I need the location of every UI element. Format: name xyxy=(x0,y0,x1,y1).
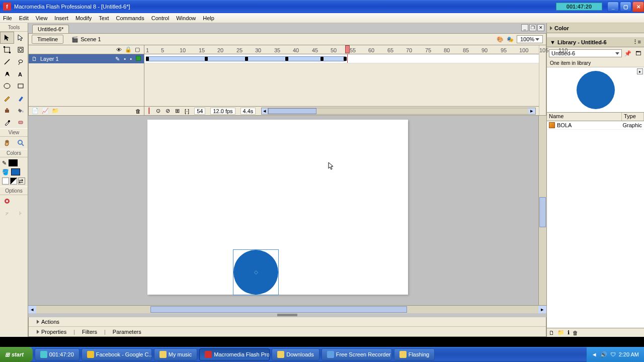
color-panel-header[interactable]: Color xyxy=(547,23,644,33)
delete-button[interactable]: 🗑 xyxy=(573,330,578,336)
gradient-transform-tool[interactable] xyxy=(14,44,28,56)
eyedropper-tool[interactable] xyxy=(0,116,14,128)
parameters-tab[interactable]: Parameters xyxy=(113,329,141,335)
timeline-tab[interactable]: Timeline xyxy=(32,35,63,44)
menu-text[interactable]: Text xyxy=(99,15,109,21)
keyframe[interactable] xyxy=(285,57,288,61)
ink-bottle-tool[interactable] xyxy=(0,104,14,116)
taskbar-item[interactable]: Facebook - Google C... xyxy=(82,348,152,360)
taskbar-item[interactable]: My music xyxy=(154,348,197,360)
start-button[interactable]: ⊞start xyxy=(0,347,33,362)
playhead[interactable] xyxy=(345,45,350,53)
frame-ruler[interactable]: 1 5 10 15 20 25 30 35 40 45 50 55 60 65 … xyxy=(144,45,539,54)
taskbar-item[interactable]: Flashing xyxy=(394,348,435,360)
add-motion-guide-button[interactable]: 📈 xyxy=(42,108,49,114)
scrollbar-thumb[interactable] xyxy=(150,306,407,313)
layer-row[interactable]: 🗋 Layer 1 ✎•• xyxy=(29,54,144,63)
zoom-tool[interactable] xyxy=(14,137,28,149)
properties-button[interactable]: ℹ xyxy=(568,329,570,336)
scene-label[interactable]: Scene 1 xyxy=(80,36,101,42)
onion-outline-button[interactable]: ⊘ xyxy=(166,108,170,114)
straighten-option[interactable]: ⊦ xyxy=(14,207,28,219)
menu-help[interactable]: Help xyxy=(203,15,214,21)
menu-commands[interactable]: Commands xyxy=(116,15,144,21)
taskbar-item[interactable]: 001:47:20 xyxy=(35,348,79,360)
stage-v-scrollbar[interactable] xyxy=(538,116,546,305)
doc-restore-button[interactable]: ❐ xyxy=(529,24,536,31)
menu-window[interactable]: Window xyxy=(176,15,196,21)
symbol-instance-selected[interactable] xyxy=(233,249,279,295)
brush-tool[interactable] xyxy=(14,92,28,104)
keyframe[interactable] xyxy=(245,57,248,61)
timeline-v-scrollbar[interactable] xyxy=(539,45,546,115)
center-frame-button[interactable]: ┃ xyxy=(147,108,151,114)
menu-control[interactable]: Control xyxy=(151,15,169,21)
frame-row[interactable] xyxy=(144,54,539,63)
default-colors-button[interactable] xyxy=(2,177,9,185)
scrollbar-thumb[interactable] xyxy=(268,108,316,114)
keyframe[interactable] xyxy=(344,57,347,61)
new-symbol-button[interactable]: 🗋 xyxy=(549,330,554,336)
onion-skin-button[interactable]: ⊙ xyxy=(156,108,160,114)
stroke-color-swatch[interactable] xyxy=(9,159,18,166)
outline-icon[interactable]: ▢ xyxy=(135,46,140,53)
doc-minimize-button[interactable]: _ xyxy=(521,24,528,31)
clock[interactable]: 2:20 AM xyxy=(619,351,639,357)
swap-colors-button[interactable]: ⇄ xyxy=(18,177,25,185)
modify-onion-button[interactable]: [·] xyxy=(185,108,189,114)
taskbar-item-active[interactable]: Macromedia Flash Pro... xyxy=(199,348,270,360)
paint-bucket-tool[interactable] xyxy=(14,104,28,116)
filters-tab[interactable]: Filters xyxy=(82,329,97,335)
eraser-tool[interactable] xyxy=(14,116,28,128)
lasso-tool[interactable] xyxy=(14,56,28,68)
line-tool[interactable] xyxy=(0,56,14,68)
oval-tool[interactable] xyxy=(0,80,14,92)
stage[interactable] xyxy=(147,120,408,295)
stage-area[interactable] xyxy=(28,116,538,305)
library-column-header[interactable]: Name Type xyxy=(547,113,644,121)
keyframe[interactable] xyxy=(205,57,208,61)
hand-tool[interactable] xyxy=(0,137,14,149)
zoom-select[interactable]: 100% xyxy=(517,35,543,43)
menu-view[interactable]: View xyxy=(36,15,48,21)
library-item[interactable]: BOLA Graphic xyxy=(547,121,644,130)
delete-layer-button[interactable]: 🗑 xyxy=(135,108,141,114)
edit-multiple-button[interactable]: ⊞ xyxy=(175,108,180,114)
text-tool[interactable]: A xyxy=(14,68,28,80)
menu-file[interactable]: File xyxy=(3,15,12,21)
menu-edit[interactable]: Edit xyxy=(19,15,29,21)
scroll-right-button[interactable]: ▸ xyxy=(528,108,535,114)
properties-tab[interactable]: Properties xyxy=(41,329,66,335)
scrollbar-thumb[interactable] xyxy=(539,197,546,227)
panel-splitter[interactable] xyxy=(277,314,297,316)
menu-modify[interactable]: Modify xyxy=(75,15,92,21)
menu-insert[interactable]: Insert xyxy=(54,15,68,21)
show-hide-icon[interactable]: 👁 xyxy=(116,47,122,53)
tray-icon[interactable]: 🛡 xyxy=(610,351,616,357)
maximize-button[interactable]: ▢ xyxy=(620,2,631,12)
insert-folder-button[interactable]: 📁 xyxy=(52,108,59,114)
library-panel-header[interactable]: ▼Library - Untitled-6⋮≡ xyxy=(547,37,644,47)
keyframe[interactable] xyxy=(320,57,324,61)
pin-library-button[interactable]: 📌 xyxy=(624,49,632,57)
fill-color-swatch[interactable] xyxy=(11,168,20,175)
expand-icon[interactable] xyxy=(37,320,39,324)
smooth-option[interactable]: ⦢ xyxy=(0,207,14,219)
close-button[interactable]: ✕ xyxy=(632,2,644,12)
scroll-right-button[interactable]: ▸ xyxy=(538,306,546,313)
timeline-h-scrollbar[interactable]: ◂ ▸ xyxy=(268,108,536,115)
no-color-button[interactable] xyxy=(10,177,17,185)
tray-icon[interactable]: 🔊 xyxy=(600,351,607,358)
preview-play-button[interactable]: ▸ xyxy=(637,68,643,74)
pen-tool[interactable] xyxy=(0,68,14,80)
scroll-left-button[interactable]: ◂ xyxy=(28,306,36,313)
stage-h-scrollbar[interactable]: ◂ ▸ xyxy=(28,305,546,313)
free-transform-tool[interactable] xyxy=(0,44,14,56)
insert-layer-button[interactable]: 📄 xyxy=(32,108,39,114)
document-tab[interactable]: Untitled-6* xyxy=(32,25,69,33)
new-library-button[interactable]: 🗔 xyxy=(634,49,642,57)
expand-icon[interactable] xyxy=(37,330,39,334)
system-tray[interactable]: ◄ 🔊 🛡 2:20 AM xyxy=(587,347,644,362)
snap-option[interactable] xyxy=(0,195,14,207)
new-folder-button[interactable]: 📁 xyxy=(557,329,565,336)
